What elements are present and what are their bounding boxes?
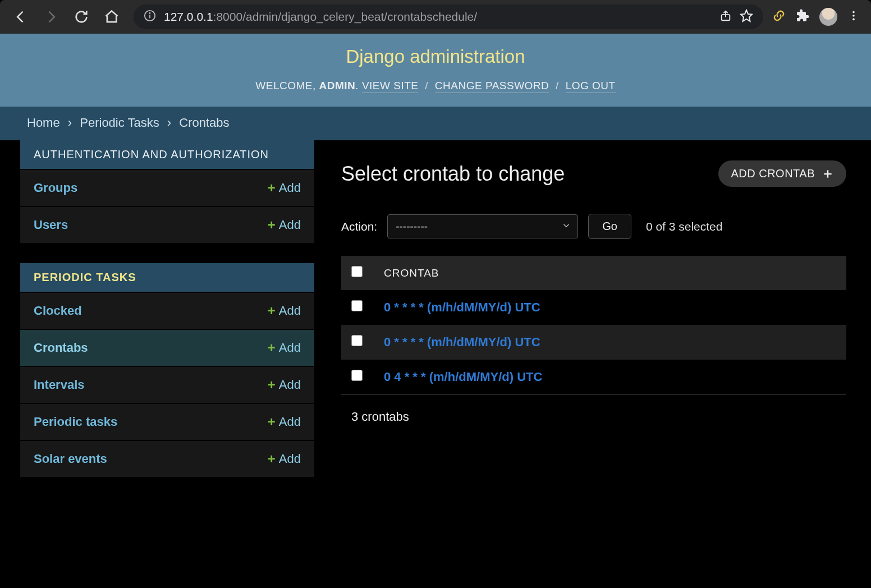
address-bar[interactable]: 127.0.0.1:8000/admin/django_celery_beat/… — [134, 4, 763, 29]
add-clocked-link[interactable]: +Add — [268, 303, 301, 319]
add-periodic-tasks-link[interactable]: +Add — [268, 414, 301, 430]
plus-icon: + — [268, 303, 276, 319]
user-tools: WELCOME, ADMIN. VIEW SITE / CHANGE PASSW… — [0, 80, 871, 92]
model-link-periodic-tasks[interactable]: Periodic tasks — [34, 415, 117, 429]
plus-icon: + — [268, 451, 276, 467]
add-label: Add — [279, 415, 301, 429]
sidebar-item-crontabs: Crontabs +Add — [20, 329, 314, 366]
actions-bar: Action: --------- Go 0 of 3 selected — [341, 214, 846, 239]
model-link-groups[interactable]: Groups — [34, 181, 77, 195]
site-info-icon[interactable] — [144, 10, 156, 25]
svg-marker-4 — [741, 10, 752, 21]
svg-point-7 — [852, 19, 855, 21]
breadcrumb: Home › Periodic Tasks › Crontabs — [0, 107, 871, 140]
paginator: 3 crontabs — [341, 394, 846, 424]
add-crontab-label: ADD CRONTAB — [731, 167, 815, 180]
model-link-intervals[interactable]: Intervals — [34, 378, 85, 392]
change-password-link[interactable]: CHANGE PASSWORD — [435, 80, 549, 93]
crontab-link[interactable]: 0 * * * * (m/h/dM/MY/d) UTC — [384, 335, 540, 349]
content-area: Select crontab to change ADD CRONTAB Act… — [314, 140, 871, 477]
url-host: 127.0.0.1 — [164, 10, 213, 23]
sidebar-item-intervals: Intervals +Add — [20, 366, 314, 403]
add-groups-link[interactable]: +Add — [268, 180, 301, 196]
content-header: Select crontab to change ADD CRONTAB — [341, 160, 846, 187]
add-crontabs-link[interactable]: +Add — [268, 340, 301, 356]
results-table: CRONTAB 0 * * * * (m/h/dM/MY/d) UTC 0 * … — [341, 256, 846, 394]
site-title[interactable]: Django administration — [0, 46, 871, 67]
row-checkbox[interactable] — [351, 370, 363, 381]
welcome-label: WELCOME, — [255, 80, 315, 91]
model-link-users[interactable]: Users — [34, 218, 68, 232]
profile-avatar[interactable] — [819, 8, 837, 26]
sidebar-item-solar-events: Solar events +Add — [20, 440, 314, 477]
action-label: Action: — [341, 220, 377, 233]
page-title: Select crontab to change — [341, 162, 565, 186]
breadcrumb-current: Crontabs — [179, 116, 229, 130]
add-solar-events-link[interactable]: +Add — [268, 451, 301, 467]
kebab-menu-icon[interactable] — [847, 10, 860, 24]
plus-icon: + — [268, 340, 276, 356]
separator: / — [425, 80, 428, 91]
sidebar-item-users: Users +Add — [20, 206, 314, 243]
row-checkbox[interactable] — [351, 300, 363, 311]
add-label: Add — [279, 452, 301, 466]
back-button[interactable] — [8, 4, 34, 30]
action-select[interactable]: --------- — [387, 214, 578, 238]
add-label: Add — [279, 218, 301, 232]
url-text: 127.0.0.1:8000/admin/django_celery_beat/… — [164, 10, 712, 24]
forward-button[interactable] — [38, 4, 64, 30]
row-checkbox[interactable] — [351, 335, 363, 346]
sidebar-item-clocked: Clocked +Add — [20, 292, 314, 329]
svg-point-5 — [852, 11, 855, 13]
plus-icon: + — [268, 414, 276, 430]
model-link-crontabs[interactable]: Crontabs — [34, 341, 88, 355]
action-select-wrap: --------- — [387, 214, 578, 238]
plus-icon: + — [268, 377, 276, 393]
add-label: Add — [279, 181, 301, 195]
select-all-header — [341, 256, 374, 290]
add-crontab-button[interactable]: ADD CRONTAB — [718, 160, 846, 187]
add-label: Add — [279, 378, 301, 392]
separator: / — [556, 80, 559, 91]
add-label: Add — [279, 304, 301, 318]
select-all-checkbox[interactable] — [351, 266, 363, 277]
column-crontab[interactable]: CRONTAB — [374, 256, 846, 290]
extensions-icon[interactable] — [796, 9, 809, 25]
sidebar-item-groups: Groups +Add — [20, 169, 314, 206]
browser-action-icons — [772, 8, 863, 26]
model-link-solar-events[interactable]: Solar events — [34, 452, 107, 466]
plus-icon: + — [268, 180, 276, 196]
django-header: Django administration WELCOME, ADMIN. VI… — [0, 34, 871, 107]
model-link-clocked[interactable]: Clocked — [34, 304, 82, 318]
add-users-link[interactable]: +Add — [268, 217, 301, 233]
table-row: 0 4 * * * (m/h/dM/MY/d) UTC — [341, 360, 846, 394]
extension-link-icon[interactable] — [772, 9, 786, 25]
crontab-link[interactable]: 0 4 * * * (m/h/dM/MY/d) UTC — [384, 370, 542, 384]
view-site-link[interactable]: VIEW SITE — [362, 80, 419, 93]
breadcrumb-home[interactable]: Home — [27, 116, 60, 130]
add-intervals-link[interactable]: +Add — [268, 377, 301, 393]
svg-point-6 — [852, 15, 855, 17]
log-out-link[interactable]: LOG OUT — [566, 80, 616, 93]
table-row: 0 * * * * (m/h/dM/MY/d) UTC — [341, 290, 846, 325]
chevron-right-icon: › — [167, 116, 171, 130]
crontab-link[interactable]: 0 * * * * (m/h/dM/MY/d) UTC — [384, 300, 540, 314]
go-button[interactable]: Go — [588, 214, 631, 239]
chevron-right-icon: › — [68, 116, 72, 130]
selection-count: 0 of 3 selected — [646, 220, 723, 233]
module-auth: AUTHENTICATION AND AUTHORIZATION Groups … — [20, 140, 314, 243]
module-caption-auth[interactable]: AUTHENTICATION AND AUTHORIZATION — [20, 140, 314, 169]
home-button[interactable] — [99, 4, 125, 30]
module-caption-periodic[interactable]: PERIODIC TASKS — [20, 263, 314, 292]
reload-button[interactable] — [68, 4, 94, 30]
plus-icon — [822, 168, 834, 180]
star-icon[interactable] — [740, 9, 753, 25]
module-periodic-tasks: PERIODIC TASKS Clocked +Add Crontabs +Ad… — [20, 263, 314, 477]
share-icon[interactable] — [719, 10, 732, 25]
username: ADMIN — [319, 80, 356, 91]
sidebar-item-periodic-tasks: Periodic tasks +Add — [20, 403, 314, 440]
breadcrumb-app[interactable]: Periodic Tasks — [80, 116, 159, 130]
svg-point-2 — [149, 12, 150, 13]
url-path: :8000/admin/django_celery_beat/crontabsc… — [213, 10, 478, 23]
table-row: 0 * * * * (m/h/dM/MY/d) UTC — [341, 325, 846, 360]
